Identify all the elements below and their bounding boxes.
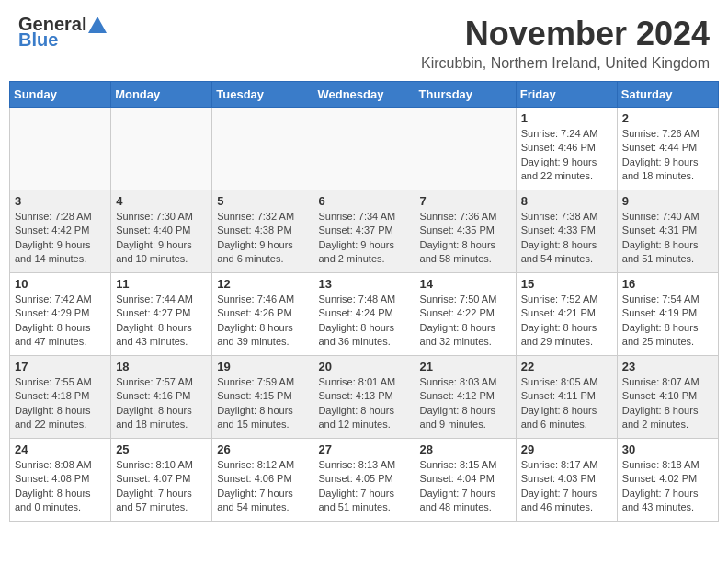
day-info: Sunrise: 8:13 AMSunset: 4:05 PMDaylight:… (318, 458, 409, 515)
day-info: Sunrise: 8:03 AMSunset: 4:12 PMDaylight:… (420, 375, 511, 432)
calendar-day-cell: 7Sunrise: 7:36 AMSunset: 4:35 PMDaylight… (415, 190, 516, 273)
day-info: Sunrise: 7:28 AMSunset: 4:42 PMDaylight:… (15, 210, 106, 267)
calendar-week-row: 24Sunrise: 8:08 AMSunset: 4:08 PMDayligh… (10, 439, 719, 522)
calendar-week-row: 10Sunrise: 7:42 AMSunset: 4:29 PMDayligh… (10, 273, 719, 356)
day-info: Sunrise: 8:12 AMSunset: 4:06 PMDaylight:… (217, 458, 308, 515)
day-info: Sunrise: 7:30 AMSunset: 4:40 PMDaylight:… (116, 210, 207, 267)
day-info: Sunrise: 7:52 AMSunset: 4:21 PMDaylight:… (521, 293, 612, 350)
calendar-day-cell (111, 108, 212, 190)
calendar-day-cell: 14Sunrise: 7:50 AMSunset: 4:22 PMDayligh… (415, 273, 516, 356)
calendar-day-cell: 22Sunrise: 8:05 AMSunset: 4:11 PMDayligh… (516, 356, 617, 439)
day-info: Sunrise: 7:59 AMSunset: 4:15 PMDaylight:… (217, 375, 308, 432)
calendar-day-cell: 4Sunrise: 7:30 AMSunset: 4:40 PMDaylight… (111, 190, 212, 273)
calendar-day-cell: 12Sunrise: 7:46 AMSunset: 4:26 PMDayligh… (212, 273, 313, 356)
calendar-day-cell: 10Sunrise: 7:42 AMSunset: 4:29 PMDayligh… (10, 273, 111, 356)
day-number: 8 (521, 194, 612, 208)
calendar-weekday-tuesday: Tuesday (212, 82, 313, 108)
day-info: Sunrise: 8:05 AMSunset: 4:11 PMDaylight:… (521, 375, 612, 432)
day-info: Sunrise: 7:54 AMSunset: 4:19 PMDaylight:… (622, 293, 713, 350)
day-info: Sunrise: 8:01 AMSunset: 4:13 PMDaylight:… (318, 375, 409, 432)
calendar-day-cell: 13Sunrise: 7:48 AMSunset: 4:24 PMDayligh… (313, 273, 415, 356)
day-number: 13 (318, 277, 409, 291)
day-info: Sunrise: 7:44 AMSunset: 4:27 PMDaylight:… (116, 293, 207, 350)
calendar-weekday-monday: Monday (111, 82, 212, 108)
calendar-header-row: SundayMondayTuesdayWednesdayThursdayFrid… (10, 82, 719, 108)
day-info: Sunrise: 8:15 AMSunset: 4:04 PMDaylight:… (420, 458, 511, 515)
day-number: 26 (217, 442, 308, 456)
day-number: 14 (420, 277, 511, 291)
day-info: Sunrise: 7:34 AMSunset: 4:37 PMDaylight:… (318, 210, 409, 267)
day-info: Sunrise: 7:24 AMSunset: 4:46 PMDaylight:… (521, 127, 612, 184)
day-info: Sunrise: 7:38 AMSunset: 4:33 PMDaylight:… (521, 210, 612, 267)
day-info: Sunrise: 7:55 AMSunset: 4:18 PMDaylight:… (15, 375, 106, 432)
calendar-day-cell: 21Sunrise: 8:03 AMSunset: 4:12 PMDayligh… (415, 356, 516, 439)
day-number: 20 (318, 360, 409, 373)
calendar-day-cell: 24Sunrise: 8:08 AMSunset: 4:08 PMDayligh… (10, 439, 111, 522)
page-header: General Blue November 2024 Kircubbin, No… (9, 9, 719, 77)
day-number: 6 (318, 194, 409, 208)
calendar-day-cell: 30Sunrise: 8:18 AMSunset: 4:02 PMDayligh… (617, 439, 718, 522)
day-number: 5 (217, 194, 308, 208)
calendar-day-cell: 29Sunrise: 8:17 AMSunset: 4:03 PMDayligh… (516, 439, 617, 522)
calendar-week-row: 1Sunrise: 7:24 AMSunset: 4:46 PMDaylight… (10, 108, 719, 190)
calendar-day-cell (212, 108, 313, 190)
day-info: Sunrise: 8:18 AMSunset: 4:02 PMDaylight:… (622, 458, 713, 515)
day-number: 16 (622, 277, 713, 291)
calendar-day-cell: 23Sunrise: 8:07 AMSunset: 4:10 PMDayligh… (617, 356, 718, 439)
day-number: 3 (15, 194, 106, 208)
calendar-week-row: 17Sunrise: 7:55 AMSunset: 4:18 PMDayligh… (10, 356, 719, 439)
logo: General Blue (18, 15, 107, 51)
day-number: 27 (318, 442, 409, 456)
calendar-day-cell: 8Sunrise: 7:38 AMSunset: 4:33 PMDaylight… (516, 190, 617, 273)
calendar-day-cell: 1Sunrise: 7:24 AMSunset: 4:46 PMDaylight… (516, 108, 617, 190)
day-info: Sunrise: 7:46 AMSunset: 4:26 PMDaylight:… (217, 293, 308, 350)
calendar-day-cell: 15Sunrise: 7:52 AMSunset: 4:21 PMDayligh… (516, 273, 617, 356)
day-info: Sunrise: 8:10 AMSunset: 4:07 PMDaylight:… (116, 458, 207, 515)
day-number: 10 (15, 277, 106, 291)
day-number: 25 (116, 442, 207, 456)
calendar-day-cell: 19Sunrise: 7:59 AMSunset: 4:15 PMDayligh… (212, 356, 313, 439)
day-number: 19 (217, 360, 308, 373)
calendar-day-cell (415, 108, 516, 190)
day-number: 30 (622, 442, 713, 456)
day-number: 2 (622, 111, 713, 125)
day-number: 1 (521, 111, 612, 125)
day-number: 12 (217, 277, 308, 291)
calendar-day-cell: 2Sunrise: 7:26 AMSunset: 4:44 PMDaylight… (617, 108, 718, 190)
calendar-weekday-sunday: Sunday (10, 82, 111, 108)
calendar-day-cell: 6Sunrise: 7:34 AMSunset: 4:37 PMDaylight… (313, 190, 415, 273)
day-info: Sunrise: 7:26 AMSunset: 4:44 PMDaylight:… (622, 127, 713, 184)
calendar-day-cell: 28Sunrise: 8:15 AMSunset: 4:04 PMDayligh… (415, 439, 516, 522)
day-info: Sunrise: 7:57 AMSunset: 4:16 PMDaylight:… (116, 375, 207, 432)
calendar-day-cell (10, 108, 111, 190)
day-number: 22 (521, 360, 612, 373)
day-number: 4 (116, 194, 207, 208)
calendar-day-cell: 17Sunrise: 7:55 AMSunset: 4:18 PMDayligh… (10, 356, 111, 439)
calendar-day-cell: 5Sunrise: 7:32 AMSunset: 4:38 PMDaylight… (212, 190, 313, 273)
day-info: Sunrise: 8:07 AMSunset: 4:10 PMDaylight:… (622, 375, 713, 432)
day-info: Sunrise: 8:17 AMSunset: 4:03 PMDaylight:… (521, 458, 612, 515)
day-number: 24 (15, 442, 106, 456)
calendar-day-cell (313, 108, 415, 190)
day-info: Sunrise: 7:32 AMSunset: 4:38 PMDaylight:… (217, 210, 308, 267)
calendar-weekday-wednesday: Wednesday (313, 82, 415, 108)
day-info: Sunrise: 7:50 AMSunset: 4:22 PMDaylight:… (420, 293, 511, 350)
day-number: 7 (420, 194, 511, 208)
day-info: Sunrise: 7:36 AMSunset: 4:35 PMDaylight:… (420, 210, 511, 267)
calendar-day-cell: 9Sunrise: 7:40 AMSunset: 4:31 PMDaylight… (617, 190, 718, 273)
day-info: Sunrise: 7:40 AMSunset: 4:31 PMDaylight:… (622, 210, 713, 267)
calendar-weekday-saturday: Saturday (617, 82, 718, 108)
month-title: November 2024 (421, 15, 710, 53)
day-number: 9 (622, 194, 713, 208)
calendar-day-cell: 27Sunrise: 8:13 AMSunset: 4:05 PMDayligh… (313, 439, 415, 522)
day-number: 21 (420, 360, 511, 373)
day-number: 11 (116, 277, 207, 291)
calendar-day-cell: 3Sunrise: 7:28 AMSunset: 4:42 PMDaylight… (10, 190, 111, 273)
day-info: Sunrise: 7:42 AMSunset: 4:29 PMDaylight:… (15, 293, 106, 350)
calendar-day-cell: 26Sunrise: 8:12 AMSunset: 4:06 PMDayligh… (212, 439, 313, 522)
day-number: 29 (521, 442, 612, 456)
location: Kircubbin, Northern Ireland, United King… (421, 55, 710, 72)
title-area: November 2024 Kircubbin, Northern Irelan… (421, 15, 710, 72)
calendar-weekday-thursday: Thursday (415, 82, 516, 108)
day-info: Sunrise: 8:08 AMSunset: 4:08 PMDaylight:… (15, 458, 106, 515)
